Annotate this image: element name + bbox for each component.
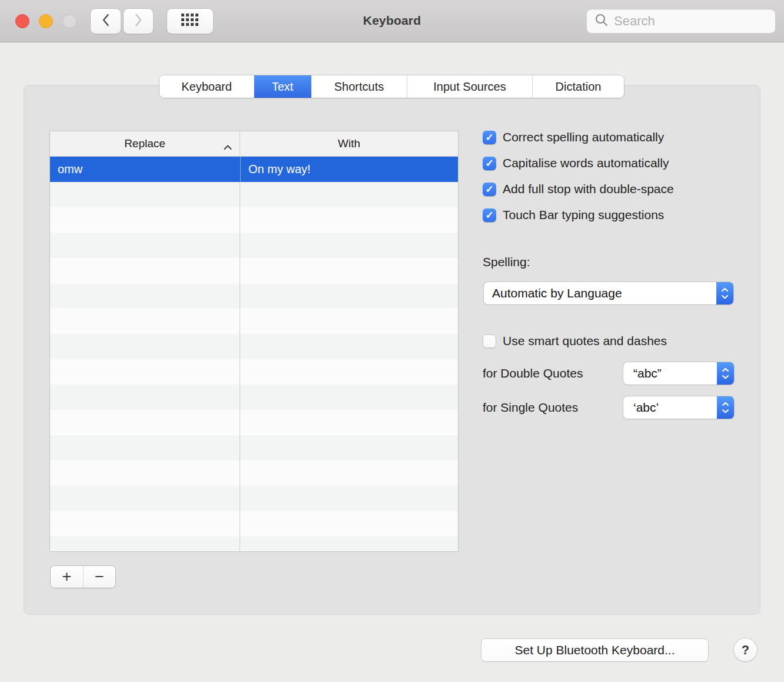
chevron-up-down-icon: [717, 396, 734, 419]
search-icon: [594, 13, 609, 29]
text-replacements-table: Replace With omw On my way!: [49, 131, 459, 552]
checkbox-checked-icon: ✓: [483, 208, 496, 222]
checkbox-checked-icon: ✓: [483, 131, 496, 144]
checkbox-label: Add full stop with double-space: [503, 182, 674, 196]
chevron-up-down-icon: [717, 362, 734, 385]
help-button[interactable]: ?: [734, 638, 757, 661]
checkbox-checked-icon: ✓: [483, 157, 496, 170]
with-cell: On my way!: [240, 157, 458, 182]
column-header-replace-label: Replace: [124, 137, 165, 150]
tab-dictation[interactable]: Dictation: [533, 75, 624, 98]
checkbox-label: Touch Bar typing suggestions: [503, 208, 664, 222]
column-header-with[interactable]: With: [240, 131, 458, 156]
spelling-dropdown-value: Automatic by Language: [484, 286, 716, 300]
checkbox-label: Correct spelling automatically: [503, 130, 664, 144]
titlebar: Keyboard: [0, 0, 784, 42]
checkbox-unchecked-icon: [483, 335, 496, 348]
table-edit-buttons: + −: [51, 566, 115, 588]
add-replacement-button[interactable]: +: [51, 566, 83, 588]
tab-input-sources[interactable]: Input Sources: [407, 75, 533, 98]
checkbox-touch-bar-suggestions[interactable]: ✓ Touch Bar typing suggestions: [483, 208, 664, 222]
table-row-selected[interactable]: omw On my way!: [50, 157, 458, 182]
spelling-dropdown[interactable]: Automatic by Language: [484, 282, 733, 304]
tab-text[interactable]: Text: [254, 75, 311, 98]
checkbox-capitalise-words[interactable]: ✓ Capitalise words automatically: [483, 156, 669, 170]
column-header-replace[interactable]: Replace: [50, 131, 240, 156]
search-input[interactable]: [614, 14, 783, 29]
double-quotes-dropdown[interactable]: “abc”: [623, 362, 734, 385]
checkbox-label: Use smart quotes and dashes: [503, 334, 667, 348]
double-quotes-dropdown-value: “abc”: [623, 366, 717, 380]
chevron-up-down-icon: [716, 282, 733, 304]
tab-keyboard[interactable]: Keyboard: [160, 75, 254, 98]
table-header: Replace With: [50, 131, 458, 157]
double-quotes-label: for Double Quotes: [483, 366, 583, 380]
setup-bluetooth-keyboard-button[interactable]: Set Up Bluetooth Keyboard...: [481, 639, 708, 661]
search-field[interactable]: [586, 9, 776, 34]
tab-shortcuts[interactable]: Shortcuts: [311, 75, 407, 98]
spelling-label: Spelling:: [483, 255, 530, 269]
checkbox-label: Capitalise words automatically: [503, 156, 669, 170]
tab-bar: Keyboard Text Shortcuts Input Sources Di…: [160, 75, 624, 98]
sort-ascending-icon: [223, 140, 232, 153]
remove-replacement-button[interactable]: −: [83, 566, 115, 588]
checkbox-checked-icon: ✓: [483, 183, 496, 196]
single-quotes-dropdown-value: ‘abc’: [623, 400, 717, 415]
keyboard-preferences-window: Keyboard Keyboard Text Shortcuts Input S…: [0, 0, 784, 682]
column-header-with-label: With: [338, 137, 360, 150]
table-empty-rows: [50, 182, 458, 551]
checkbox-full-stop-double-space[interactable]: ✓ Add full stop with double-space: [483, 182, 674, 196]
replace-cell: omw: [50, 163, 240, 176]
single-quotes-dropdown[interactable]: ‘abc’: [623, 396, 734, 419]
checkbox-correct-spelling[interactable]: ✓ Correct spelling automatically: [483, 130, 664, 144]
single-quotes-label: for Single Quotes: [483, 400, 578, 415]
checkbox-smart-quotes[interactable]: Use smart quotes and dashes: [483, 334, 667, 348]
